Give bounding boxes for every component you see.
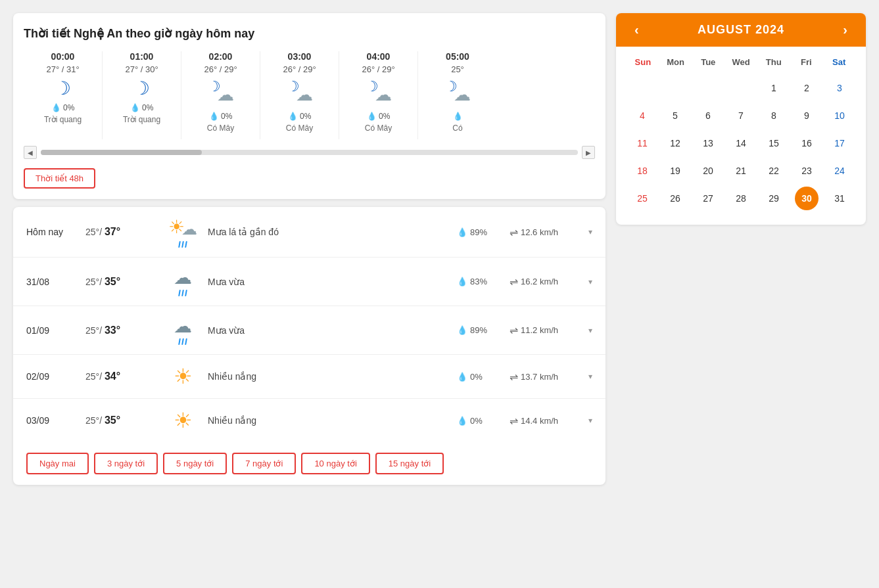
scroll-right-arrow[interactable]: ▶: [582, 146, 595, 159]
calendar-day[interactable]: 5: [663, 104, 687, 127]
hour-item: 03:00 26° / 29° ☽ ☁ 💧 0% Có Mây: [260, 51, 339, 139]
calendar-day[interactable]: 12: [663, 131, 687, 155]
calendar-day[interactable]: 10: [828, 104, 851, 127]
forecast-date: 02/09: [26, 371, 79, 382]
calendar-day[interactable]: 27: [696, 187, 720, 210]
calendar-day[interactable]: 25: [630, 187, 654, 210]
calendar-day[interactable]: 29: [762, 187, 786, 210]
forecast-desc: Nhiều nắng: [208, 415, 450, 426]
hour-desc: Có Mây: [286, 124, 313, 133]
calendar-day[interactable]: 8: [762, 104, 786, 127]
hour-time: 04:00: [367, 51, 391, 62]
scroll-left-arrow[interactable]: ◀: [24, 146, 37, 159]
hour-rain: 💧 0%: [51, 103, 75, 112]
calendar-body: SunMonTueWedThuFriSat 123456789101112131…: [616, 47, 866, 225]
calendar-day[interactable]: 23: [795, 159, 819, 183]
calendar-today[interactable]: 30: [795, 187, 819, 210]
hour-desc: Trời quang: [44, 115, 82, 124]
forecast-row: Hôm nay 25°/ 37° ☀ ☁ Mưa lá tả gần đó 💧 …: [13, 207, 606, 258]
forecast-rain: 💧 0%: [457, 416, 503, 426]
hour-time: 05:00: [446, 51, 469, 62]
hour-temp: 25°: [451, 64, 464, 74]
calendar-day[interactable]: 16: [795, 131, 819, 155]
calendar-weekdays: SunMonTueWedThuFriSat: [627, 53, 855, 71]
page-title: Thời tiết Nghệ An theo giờ ngày hôm nay: [24, 26, 595, 41]
calendar-day[interactable]: 3: [828, 76, 851, 100]
forecast-icon: ☀: [164, 408, 201, 433]
calendar-day[interactable]: 9: [795, 104, 819, 127]
forecast-expand-icon[interactable]: ▾: [588, 326, 592, 335]
hour-rain: 💧: [453, 112, 463, 121]
forecast-date: 31/08: [26, 277, 79, 287]
calendar-day[interactable]: 22: [762, 159, 786, 183]
calendar-weekday: Thu: [757, 53, 790, 71]
forecast-row: 03/09 25°/ 35° ☀ Nhiều nắng 💧 0% ⇌ 14.4 …: [13, 399, 606, 442]
calendar-day[interactable]: 21: [729, 159, 753, 183]
hour-temp: 26° / 29°: [283, 64, 316, 74]
calendar-day[interactable]: 15: [762, 131, 786, 155]
calendar-month-title: AUGUST 2024: [698, 23, 784, 37]
forecast-period-button[interactable]: 10 ngày tới: [301, 453, 369, 474]
forecast-period-button[interactable]: 3 ngày tới: [94, 453, 158, 474]
forecast-icon: ☁: [164, 315, 201, 345]
forecast-desc: Mưa vừa: [208, 325, 450, 336]
hour-item: 01:00 27° / 30° ☽ 💧 0% Trời quang: [103, 51, 181, 139]
forecast-expand-icon[interactable]: ▾: [588, 277, 592, 286]
calendar-day[interactable]: 28: [729, 187, 753, 210]
calendar-prev-button[interactable]: ‹: [629, 22, 644, 37]
calendar-day[interactable]: 26: [663, 187, 687, 210]
hour-icon: ☽ ☁: [444, 79, 471, 106]
calendar-day[interactable]: 6: [696, 104, 720, 127]
calendar-next-button[interactable]: ›: [838, 22, 853, 37]
forecast-desc: Nhiều nắng: [208, 371, 450, 382]
forecast-expand-icon[interactable]: ▾: [588, 416, 592, 425]
forecast-expand-icon[interactable]: ▾: [588, 372, 592, 381]
calendar-day[interactable]: 17: [828, 131, 851, 155]
hourly-scroll-wrapper: 00:00 27° / 31° ☽ 💧 0% Trời quang 01:00 …: [24, 51, 595, 139]
hour-item: 05:00 25° ☽ ☁ 💧 Có: [418, 51, 497, 139]
calendar-card: ‹ AUGUST 2024 › SunMonTueWedThuFriSat 12…: [616, 13, 866, 225]
calendar-weekday: Tue: [692, 53, 725, 71]
forecast-wind: ⇌ 14.4 km/h: [510, 415, 582, 427]
hour-item: 02:00 26° / 29° ☽ ☁ 💧 0% Có Mây: [181, 51, 260, 139]
forecast-rain: 💧 0%: [457, 372, 503, 382]
calendar-day[interactable]: 20: [696, 159, 720, 183]
forecast-expand-icon[interactable]: ▾: [588, 227, 592, 237]
calendar-day[interactable]: 24: [828, 159, 851, 183]
forecast-icon: ☀ ☁: [164, 216, 201, 248]
forecast-temp: 25°/ 34°: [85, 371, 158, 382]
hour-time: 01:00: [130, 51, 154, 62]
forecast-date: Hôm nay: [26, 227, 79, 237]
hour-rain: 💧 0%: [367, 112, 391, 121]
calendar-day[interactable]: 31: [828, 187, 851, 210]
calendar-day[interactable]: 7: [729, 104, 753, 127]
forecast-rain: 💧 89%: [457, 325, 503, 335]
scroll-track[interactable]: [41, 150, 578, 155]
calendar-day: [663, 76, 687, 100]
calendar-day[interactable]: 11: [630, 131, 654, 155]
hour-rain: 💧 0%: [288, 112, 312, 121]
forecast-period-button[interactable]: 5 ngày tới: [163, 453, 227, 474]
forecast-period-button[interactable]: 15 ngày tới: [375, 453, 444, 474]
calendar-day[interactable]: 14: [729, 131, 753, 155]
hour-desc: Có: [452, 124, 462, 133]
forecast-desc: Mưa vừa: [208, 277, 450, 287]
calendar-day[interactable]: 18: [630, 159, 654, 183]
hour-icon: ☽ ☁: [208, 79, 234, 106]
btn-48h[interactable]: Thời tiết 48h: [24, 168, 95, 189]
forecast-buttons: Ngày mai3 ngày tới5 ngày tới7 ngày tới10…: [13, 442, 606, 485]
calendar-day[interactable]: 2: [795, 76, 819, 100]
forecast-row: 02/09 25°/ 34° ☀ Nhiều nắng 💧 0% ⇌ 13.7 …: [13, 355, 606, 399]
calendar-day[interactable]: 13: [696, 131, 720, 155]
hour-temp: 26° / 29°: [204, 64, 237, 74]
calendar-day[interactable]: 1: [762, 76, 786, 100]
calendar-weekday: Sun: [627, 53, 659, 71]
forecast-wind: ⇌ 13.7 km/h: [510, 371, 582, 383]
forecast-row: 01/09 25°/ 33° ☁ Mưa vừa 💧 89% ⇌ 11.2 km…: [13, 306, 606, 355]
hour-rain: 💧 0%: [130, 103, 154, 112]
calendar-day[interactable]: 4: [630, 104, 654, 127]
hour-item: 00:00 27° / 31° ☽ 💧 0% Trời quang: [24, 51, 103, 139]
calendar-day[interactable]: 19: [663, 159, 687, 183]
forecast-period-button[interactable]: 7 ngày tới: [232, 453, 296, 474]
forecast-period-button[interactable]: Ngày mai: [26, 453, 89, 474]
